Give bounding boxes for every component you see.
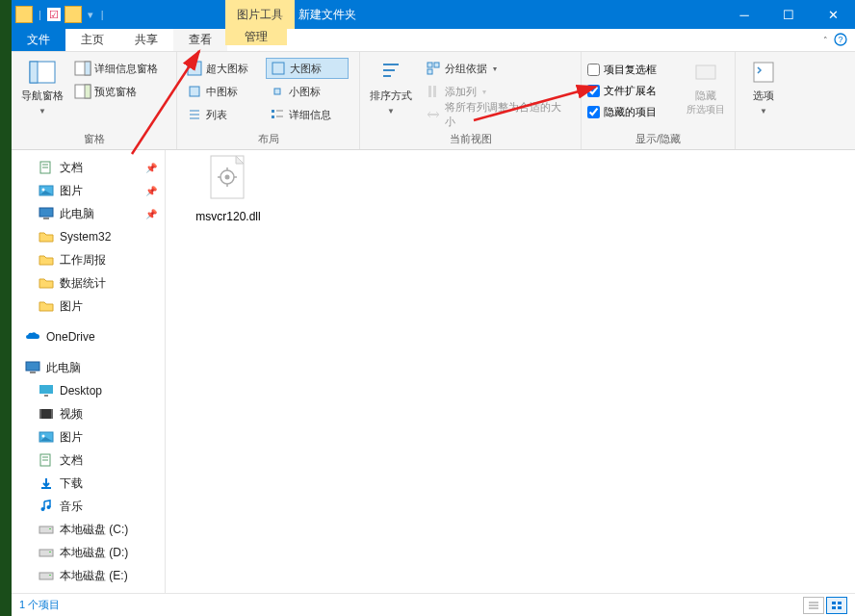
sidebar-item-label: Desktop — [60, 384, 102, 398]
context-tab-header: 图片工具 — [225, 0, 295, 29]
ribbon-group-options: 选项 ▼ — [736, 52, 791, 149]
svg-rect-7 — [85, 85, 91, 98]
ribbon-group-label: 当前视图 — [360, 132, 581, 149]
list-button[interactable]: 列表 — [183, 104, 266, 125]
folder-icon — [65, 6, 82, 23]
sidebar-item-thispc[interactable]: 此电脑 — [12, 356, 165, 379]
preview-pane-icon — [75, 84, 91, 99]
svg-point-34 — [42, 189, 45, 192]
extralarge-icons-button[interactable]: 超大图标 — [183, 58, 266, 79]
ribbon-group-label: 显示/隐藏 — [582, 132, 735, 149]
sidebar-item[interactable]: 文档📌 — [12, 156, 165, 179]
svg-rect-39 — [39, 385, 53, 394]
navigation-pane-label: 导航窗格 — [21, 89, 64, 103]
sidebar-item[interactable]: 本地磁盘 (E:) — [12, 564, 165, 587]
svg-rect-43 — [51, 409, 53, 419]
titlebar: | ☑ ▾ | 图片工具 新建文件夹 ─ ☐ ✕ — [12, 0, 855, 29]
ribbon-group-label — [736, 135, 791, 149]
ribbon-group-showhide: 项目复选框 文件扩展名 隐藏的项目 隐藏 所选项目 显示/隐藏 — [582, 52, 736, 149]
ribbon-group-layout: 超大图标 中图标 列表 大图标 小图标 详细信息 布局 — [177, 52, 360, 149]
tab-home[interactable]: 主页 — [65, 29, 119, 51]
sidebar-item[interactable]: 图片📌 — [12, 179, 165, 202]
groupby-button[interactable]: 分组依据▾ — [422, 58, 575, 79]
maximize-button[interactable]: ☐ — [766, 0, 811, 29]
folder-icon — [39, 229, 54, 244]
addcolumns-button[interactable]: 添加列▾ — [422, 81, 575, 102]
small-icons-button[interactable]: 小图标 — [266, 81, 349, 102]
sortby-icon — [376, 60, 406, 85]
groupby-icon — [426, 61, 441, 76]
chevron-down-icon: ▼ — [760, 107, 767, 116]
svg-point-51 — [47, 505, 51, 509]
sidebar-item-label: 本地磁盘 (C:) — [60, 522, 128, 538]
folder-icon — [39, 252, 54, 268]
icons-view-button[interactable] — [826, 597, 847, 614]
sidebar-item[interactable]: 图片 — [12, 295, 165, 318]
sidebar-item[interactable]: 数据统计 — [12, 271, 165, 295]
svg-rect-3 — [30, 62, 38, 83]
sidebar-item[interactable]: 本地磁盘 (D:) — [12, 541, 165, 564]
file-extensions-input[interactable] — [587, 85, 600, 97]
sidebar-item[interactable]: System32 — [12, 225, 165, 248]
sidebar-item[interactable]: 音乐 — [12, 495, 165, 518]
sidebar-item-onedrive[interactable]: OneDrive — [12, 325, 165, 348]
chevron-down-icon: ▼ — [387, 107, 395, 116]
music-icon — [39, 499, 54, 514]
tab-view[interactable]: 查看 — [173, 29, 227, 51]
folder-icon — [15, 6, 33, 23]
file-extensions-checkbox[interactable]: 文件扩展名 — [587, 81, 682, 100]
explorer-window: | ☑ ▾ | 图片工具 新建文件夹 ─ ☐ ✕ 文件 主页 共享 查看 管理 … — [12, 0, 855, 616]
tab-manage[interactable]: 管理 — [225, 29, 287, 45]
minimize-button[interactable]: ─ — [722, 0, 766, 29]
sidebar-item[interactable]: 工作周报 — [12, 248, 165, 271]
folder-icon — [39, 298, 54, 314]
sidebar-item[interactable]: Desktop — [12, 379, 165, 402]
svg-rect-38 — [30, 372, 36, 373]
large-icons-button[interactable]: 大图标 — [266, 58, 349, 79]
item-checkboxes-checkbox[interactable]: 项目复选框 — [587, 60, 682, 79]
help-button[interactable]: ? — [834, 33, 847, 46]
tab-share[interactable]: 共享 — [119, 29, 173, 51]
details-pane-button[interactable]: 详细信息窗格 — [71, 58, 162, 79]
svg-rect-14 — [274, 89, 280, 94]
ribbon-group-label: 布局 — [177, 132, 359, 149]
qat-checkbox-icon[interactable]: ☑ — [47, 8, 61, 21]
options-button[interactable]: 选项 ▼ — [741, 56, 786, 131]
ribbon-collapse-icon[interactable]: ˄ — [823, 36, 828, 45]
svg-rect-36 — [43, 218, 49, 219]
svg-rect-5 — [85, 62, 91, 75]
svg-rect-57 — [49, 575, 51, 576]
sidebar-item[interactable]: 本地磁盘 (C:) — [12, 518, 165, 541]
file-name: msvcr120.dll — [195, 210, 260, 223]
tab-file[interactable]: 文件 — [12, 29, 65, 51]
sidebar-item-label: 下载 — [60, 475, 83, 492]
preview-pane-button[interactable]: 预览窗格 — [71, 81, 162, 102]
file-list-pane[interactable]: msvcr120.dll — [166, 150, 855, 593]
sortby-button[interactable]: 排序方式 ▼ — [366, 56, 416, 128]
sidebar-item-label: 图片 — [60, 183, 83, 199]
view-mode-buttons — [803, 597, 847, 614]
sidebar-item[interactable]: 文档 — [12, 449, 165, 472]
qat-dropdown-icon[interactable]: ▾ — [88, 9, 93, 21]
sizeallcolumns-button[interactable]: 将所有列调整为合适的大小 — [422, 104, 575, 125]
close-button[interactable]: ✕ — [811, 0, 855, 29]
hidden-items-input[interactable] — [587, 106, 600, 118]
sidebar-item[interactable]: 此电脑📌 — [12, 202, 165, 225]
separator: | — [39, 9, 41, 20]
medium-icons-button[interactable]: 中图标 — [183, 81, 266, 102]
hide-selected-button[interactable]: 隐藏 所选项目 — [682, 56, 729, 128]
content-area: 文档📌图片📌此电脑📌System32工作周报数据统计图片 OneDrive 此电… — [12, 150, 855, 593]
sidebar-item[interactable]: 图片 — [12, 425, 165, 449]
sidebar-item[interactable]: 下载 — [12, 472, 165, 495]
file-item[interactable]: msvcr120.dll — [185, 150, 272, 223]
details-view-button[interactable] — [803, 597, 824, 614]
details-button[interactable]: 详细信息 — [266, 104, 349, 125]
extralarge-icon — [187, 61, 202, 76]
item-checkboxes-input[interactable] — [587, 64, 600, 76]
sidebar-item[interactable]: 视频 — [12, 402, 165, 425]
navigation-pane[interactable]: 文档📌图片📌此电脑📌System32工作周报数据统计图片 OneDrive 此电… — [12, 150, 166, 593]
svg-rect-69 — [832, 602, 836, 604]
hidden-items-checkbox[interactable]: 隐藏的项目 — [587, 102, 682, 121]
navigation-pane-button[interactable]: 导航窗格 ▼ — [17, 56, 67, 128]
medium-icon — [187, 84, 202, 99]
